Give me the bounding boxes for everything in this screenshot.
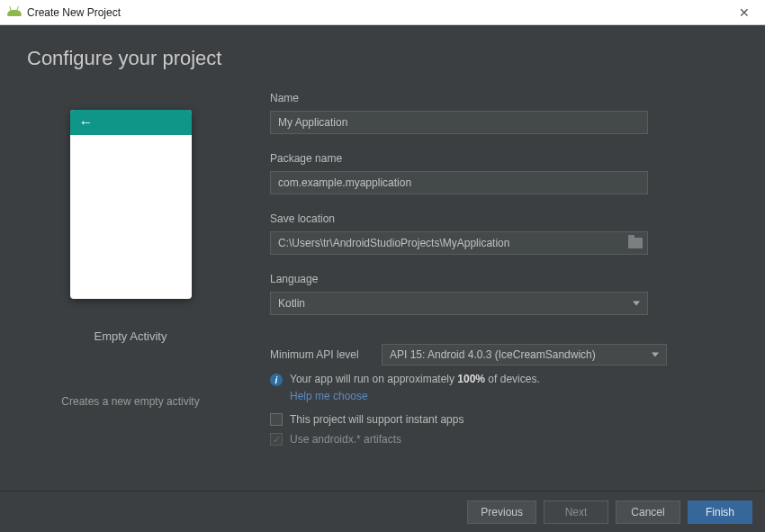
androidx-label: Use androidx.* artifacts [290, 433, 401, 446]
android-icon [7, 5, 22, 20]
name-input[interactable] [270, 111, 648, 134]
chevron-down-icon [652, 353, 659, 357]
instant-apps-checkbox[interactable] [270, 413, 283, 426]
finish-button[interactable]: Finish [688, 500, 752, 524]
package-label: Package name [270, 152, 738, 165]
location-input[interactable] [270, 231, 648, 255]
package-input[interactable] [270, 171, 648, 194]
api-select[interactable]: API 15: Android 4.0.3 (IceCreamSandwich) [382, 344, 667, 365]
titlebar: Create New Project ✕ [0, 0, 765, 25]
phone-appbar: ← [70, 110, 192, 135]
close-icon[interactable]: ✕ [731, 5, 758, 20]
location-label: Save location [270, 212, 738, 225]
previous-button[interactable]: Previous [467, 500, 536, 524]
back-arrow-icon: ← [79, 114, 94, 131]
page-title: Configure your project [27, 47, 738, 70]
language-value: Kotlin [278, 297, 305, 310]
chevron-down-icon [633, 302, 640, 306]
language-select[interactable]: Kotlin [270, 292, 648, 315]
activity-template-title: Empty Activity [94, 329, 167, 343]
help-me-choose-link[interactable]: Help me choose [290, 390, 368, 402]
next-button: Next [544, 500, 608, 524]
api-info-text: Your app will run on approximately 100% … [290, 373, 540, 385]
window-title: Create New Project [27, 6, 121, 19]
api-info-row: i Your app will run on approximately 100… [270, 373, 738, 386]
cancel-button[interactable]: Cancel [616, 500, 680, 524]
api-label: Minimum API level [270, 348, 371, 361]
phone-preview: ← [70, 110, 192, 299]
form-pane: Name Package name Save location Language… [270, 92, 738, 446]
dialog-content: Configure your project ← Empty Activity … [0, 25, 765, 491]
activity-template-desc: Creates a new empty activity [61, 395, 199, 408]
instant-apps-label: This project will support instant apps [290, 413, 464, 426]
dialog-footer: Previous Next Cancel Finish [0, 491, 765, 532]
info-icon: i [270, 374, 283, 386]
browse-folder-icon[interactable] [628, 238, 643, 248]
androidx-checkbox [270, 433, 283, 446]
preview-pane: ← Empty Activity Creates a new empty act… [27, 92, 234, 446]
language-label: Language [270, 273, 738, 285]
name-label: Name [270, 92, 738, 104]
api-value: API 15: Android 4.0.3 (IceCreamSandwich) [390, 348, 596, 361]
